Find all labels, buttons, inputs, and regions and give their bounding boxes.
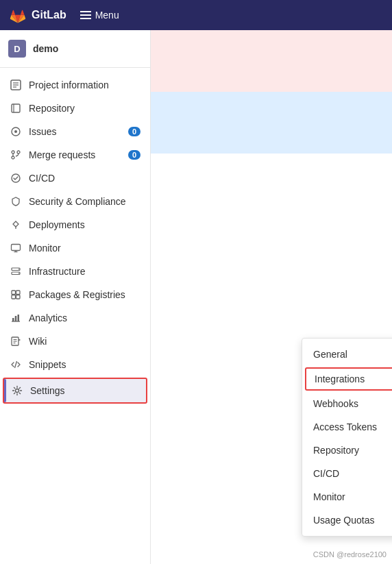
content-block-pink [151, 30, 392, 92]
content-block-blue [151, 92, 392, 154]
submenu-item-general[interactable]: General [302, 343, 392, 366]
sidebar-item-label-repository: Repository [29, 103, 140, 114]
sidebar-item-label-analytics: Analytics [29, 312, 140, 323]
sidebar-item-label-settings: Settings [30, 385, 139, 396]
sidebar-item-analytics[interactable]: Analytics [0, 306, 150, 330]
submenu-item-ci-cd[interactable]: CI/CD [302, 462, 392, 485]
analytics-icon [10, 312, 22, 324]
packages-registries-icon [10, 289, 22, 301]
sidebar: D demo Project information [0, 30, 151, 564]
svg-rect-26 [15, 316, 17, 321]
sidebar-item-infrastructure[interactable]: Infrastructure [0, 260, 150, 283]
menu-label: Menu [95, 10, 119, 21]
infrastructure-icon [10, 265, 22, 278]
monitor-icon [10, 242, 22, 254]
svg-line-32 [15, 361, 17, 368]
watermark: CSDN @redrose2100 [313, 550, 387, 559]
sidebar-item-label-merge-requests: Merge requests [29, 149, 121, 160]
svg-point-19 [19, 273, 20, 274]
settings-icon [11, 384, 23, 397]
svg-point-10 [12, 156, 14, 159]
svg-rect-21 [16, 291, 21, 295]
sidebar-item-label-snippets: Snippets [29, 359, 140, 370]
svg-point-18 [19, 269, 20, 270]
svg-rect-4 [12, 104, 20, 112]
sidebar-item-wiki[interactable]: Wiki [0, 330, 150, 353]
sidebar-item-deployments[interactable]: Deployments [0, 213, 150, 236]
sidebar-item-security-compliance[interactable]: Security & Compliance [0, 190, 150, 213]
menu-button[interactable]: Menu [75, 7, 125, 23]
sidebar-item-snippets[interactable]: Snippets [0, 353, 150, 376]
gitlab-logo-area[interactable]: GitLab [8, 5, 66, 25]
main-layout: D demo Project information [0, 30, 392, 564]
deployments-icon [10, 219, 22, 231]
main-content: General Integrations Webhooks Access Tok… [151, 30, 392, 564]
navbar: GitLab Menu [0, 0, 392, 30]
hamburger-icon [80, 11, 91, 19]
svg-rect-23 [16, 295, 21, 299]
sidebar-item-packages-registries[interactable]: Packages & Registries [0, 283, 150, 306]
sidebar-item-label-monitor: Monitor [29, 243, 140, 254]
svg-point-11 [12, 174, 20, 182]
sidebar-item-issues[interactable]: Issues 0 [0, 120, 150, 143]
svg-point-7 [14, 130, 17, 133]
merge-requests-badge: 0 [128, 150, 140, 160]
sidebar-item-label-issues: Issues [29, 126, 121, 137]
repository-icon [10, 102, 22, 114]
svg-rect-27 [18, 315, 20, 321]
sidebar-nav: Project information Repository [0, 68, 150, 410]
wiki-icon [10, 335, 22, 347]
sidebar-item-label-infrastructure: Infrastructure [29, 266, 140, 277]
merge-requests-icon [10, 149, 22, 161]
submenu-item-monitor[interactable]: Monitor [302, 485, 392, 508]
gitlab-logo-icon [8, 5, 27, 25]
submenu-item-webhooks[interactable]: Webhooks [302, 392, 392, 415]
svg-rect-22 [12, 295, 16, 299]
submenu-item-access-tokens[interactable]: Access Tokens [302, 415, 392, 439]
sidebar-item-ci-cd[interactable]: CI/CD [0, 167, 150, 190]
issues-icon [10, 125, 22, 138]
project-header[interactable]: D demo [0, 30, 150, 68]
project-name: demo [33, 43, 58, 54]
sidebar-item-repository[interactable]: Repository [0, 97, 150, 120]
svg-rect-13 [12, 245, 21, 251]
project-avatar: D [8, 40, 26, 58]
sidebar-item-label-packages-registries: Packages & Registries [29, 289, 140, 300]
settings-submenu: General Integrations Webhooks Access Tok… [302, 338, 392, 537]
sidebar-item-settings[interactable]: Settings [3, 378, 147, 404]
sidebar-item-label-ci-cd: CI/CD [29, 173, 140, 184]
submenu-item-repository[interactable]: Repository [302, 439, 392, 462]
security-compliance-icon [10, 195, 22, 208]
sidebar-item-label-wiki: Wiki [29, 336, 140, 347]
snippets-icon [10, 358, 22, 371]
ci-cd-icon [10, 172, 22, 184]
sidebar-item-label-security-compliance: Security & Compliance [29, 196, 140, 207]
submenu-item-integrations[interactable]: Integrations [305, 367, 392, 391]
svg-point-9 [17, 151, 20, 154]
svg-point-33 [16, 389, 19, 393]
sidebar-item-project-information[interactable]: Project information [0, 73, 150, 97]
gitlab-wordmark: GitLab [32, 9, 66, 21]
svg-rect-25 [12, 318, 14, 321]
sidebar-item-monitor[interactable]: Monitor [0, 236, 150, 260]
project-information-icon [10, 79, 22, 91]
sidebar-item-label-deployments: Deployments [29, 219, 140, 230]
svg-point-8 [12, 151, 14, 154]
svg-rect-20 [12, 291, 16, 295]
sidebar-item-label-project-information: Project information [29, 79, 140, 90]
submenu-item-usage-quotas[interactable]: Usage Quotas [302, 508, 392, 532]
issues-badge: 0 [128, 127, 140, 136]
sidebar-item-merge-requests[interactable]: Merge requests 0 [0, 143, 150, 167]
